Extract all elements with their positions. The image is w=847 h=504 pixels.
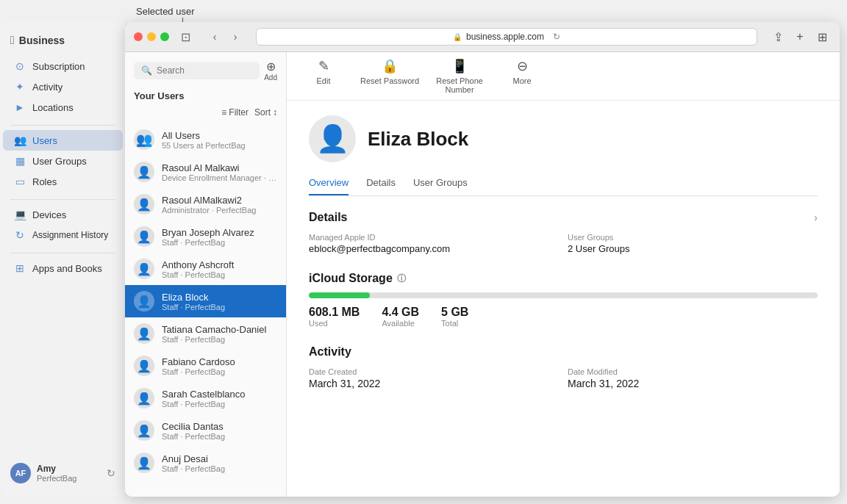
browser-toolbar: ⊡ ‹ › 🔒 business.apple.com ↻ ⇪ + ⊞ bbox=[125, 22, 840, 52]
user-avatar: 👤 bbox=[134, 259, 154, 279]
chevron-right-icon: › bbox=[814, 212, 818, 223]
sidebar-item-subscription[interactable]: ⊙ Subscription bbox=[3, 56, 123, 76]
details-section-header: Details › bbox=[309, 211, 818, 224]
sort-icon: ↕ bbox=[273, 107, 277, 118]
user-item-meta: Staff · PerfectBag bbox=[162, 335, 277, 344]
share-button[interactable]: ⇪ bbox=[769, 28, 787, 46]
user-avatar: AF bbox=[10, 463, 31, 483]
sidebar-item-users[interactable]: 👥 Users bbox=[3, 130, 123, 151]
browser-toolbar-actions: ⇪ + ⊞ bbox=[769, 28, 831, 46]
storage-available-label: Available bbox=[382, 319, 419, 328]
list-item-selected[interactable]: 👤 Eliza Block Staff · PerfectBag bbox=[125, 285, 286, 317]
user-avatar: 👤 bbox=[134, 162, 154, 182]
reload-icon[interactable]: ↻ bbox=[553, 32, 560, 42]
list-item[interactable]: 👤 Fabiano Cardoso Staff · PerfectBag bbox=[125, 350, 286, 382]
list-item[interactable]: 👤 Tatiana Camacho-Daniel Staff · Perfect… bbox=[125, 317, 286, 350]
sidebar-item-label-assignment-history: Assignment History bbox=[32, 230, 108, 240]
roles-icon: ▭ bbox=[13, 176, 26, 187]
detail-content: 👤 Eliza Block Overview Details User Grou… bbox=[287, 101, 840, 497]
reset-password-button[interactable]: 🔒 Reset Password bbox=[360, 58, 419, 85]
url-bar[interactable]: 🔒 business.apple.com ↻ bbox=[256, 28, 757, 46]
filter-label: Filter bbox=[229, 107, 249, 118]
user-groups-field: User Groups 2 User Groups bbox=[568, 233, 818, 254]
user-item-info: Tatiana Camacho-Daniel Staff · PerfectBa… bbox=[162, 324, 277, 344]
list-item[interactable]: 👤 Sarah Castelblanco Staff · PerfectBag bbox=[125, 382, 286, 414]
list-item[interactable]: 👤 Cecilia Dantas Staff · PerfectBag bbox=[125, 414, 286, 447]
detail-toolbar: ✎ Edit 🔒 Reset Password 📱 Reset Phone Nu… bbox=[287, 52, 840, 101]
sidebar-brand:  Business bbox=[0, 29, 126, 56]
user-avatar: 👤 bbox=[134, 323, 154, 344]
user-item-name: Fabiano Cardoso bbox=[162, 356, 277, 367]
user-avatar: 👤 bbox=[134, 420, 154, 441]
user-item-info: Anthony Ashcroft Staff · PerfectBag bbox=[162, 259, 277, 279]
sidebar-toggle[interactable]: ⊡ bbox=[176, 28, 194, 46]
search-box[interactable]: 🔍 bbox=[134, 62, 260, 79]
edit-icon: ✎ bbox=[318, 58, 329, 74]
storage-bar-used bbox=[309, 292, 370, 298]
filter-button[interactable]: ≡ Filter bbox=[221, 107, 249, 118]
edit-button[interactable]: ✎ Edit bbox=[301, 58, 346, 85]
managed-apple-id-value: eblock@perfectbagcompany.com bbox=[309, 243, 559, 254]
sidebar-item-locations[interactable]: ► Locations bbox=[3, 97, 123, 118]
maximize-button[interactable] bbox=[160, 32, 169, 41]
date-created-value: March 31, 2022 bbox=[309, 378, 559, 389]
info-icon[interactable]: ⓘ bbox=[397, 273, 406, 285]
activity-section: Activity Date Created March 31, 2022 Dat… bbox=[309, 345, 818, 389]
user-item-meta: Staff · PerfectBag bbox=[162, 432, 277, 441]
sidebar-divider-2 bbox=[10, 199, 115, 200]
detail-panel: ✎ Edit 🔒 Reset Password 📱 Reset Phone Nu… bbox=[287, 52, 840, 497]
user-item-meta: Staff · PerfectBag bbox=[162, 238, 277, 247]
sort-button[interactable]: Sort ↕ bbox=[254, 107, 277, 118]
managed-apple-id-label: Managed Apple ID bbox=[309, 233, 559, 242]
list-item[interactable]: 👤 Rasoul Al Malkawi Device Enrollment Ma… bbox=[125, 156, 286, 188]
sidebar-item-devices[interactable]: 💻 Devices bbox=[3, 204, 123, 225]
user-item-info: Bryan Joseph Alvarez Staff · PerfectBag bbox=[162, 227, 277, 247]
sidebar-item-apps-and-books[interactable]: ⊞ Apps and Books bbox=[3, 258, 123, 278]
add-button[interactable]: ⊕ Add bbox=[264, 60, 277, 82]
search-input[interactable] bbox=[157, 65, 252, 76]
list-item[interactable]: 👥 All Users 55 Users at PerfectBag bbox=[125, 123, 286, 156]
sidebar-item-label-roles: Roles bbox=[32, 176, 57, 187]
user-item-meta: 55 Users at PerfectBag bbox=[162, 141, 277, 150]
reset-phone-button[interactable]: 📱 Reset Phone Number bbox=[434, 58, 485, 94]
user-item-name: Eliza Block bbox=[162, 292, 277, 303]
sidebar:  Business ⊙ Subscription ✦ Activity ► L… bbox=[0, 22, 126, 497]
tab-details[interactable]: Details bbox=[366, 177, 396, 195]
list-item[interactable]: 👤 Anthony Ashcroft Staff · PerfectBag bbox=[125, 253, 286, 285]
user-item-name: Sarah Castelblanco bbox=[162, 389, 277, 400]
sidebar-section-devices: 💻 Devices ↻ Assignment History bbox=[0, 204, 126, 245]
more-button[interactable]: ⊖ More bbox=[500, 58, 544, 85]
user-list: 👥 All Users 55 Users at PerfectBag 👤 Ras… bbox=[125, 123, 286, 497]
user-item-name: Rasoul AlMalkawi2 bbox=[162, 195, 277, 206]
activity-grid: Date Created March 31, 2022 Date Modifie… bbox=[309, 367, 818, 389]
user-large-avatar: 👤 bbox=[309, 115, 356, 162]
new-tab-button[interactable]: + bbox=[791, 28, 809, 46]
refresh-icon[interactable]: ↻ bbox=[107, 467, 115, 479]
tab-user-groups[interactable]: User Groups bbox=[413, 177, 468, 195]
list-item[interactable]: 👤 Anuj Desai Staff · PerfectBag bbox=[125, 447, 286, 479]
list-item[interactable]: 👤 Rasoul AlMalkawi2 Administrator · Perf… bbox=[125, 188, 286, 220]
date-created-field: Date Created March 31, 2022 bbox=[309, 367, 559, 389]
user-item-meta: Staff · PerfectBag bbox=[162, 400, 277, 408]
user-item-meta: Staff · PerfectBag bbox=[162, 270, 277, 279]
storage-title: iCloud Storage bbox=[309, 272, 393, 285]
selected-user-annotation: Selected user bbox=[136, 6, 195, 17]
back-button[interactable]: ‹ bbox=[206, 28, 224, 46]
grid-button[interactable]: ⊞ bbox=[813, 28, 831, 46]
forward-button[interactable]: › bbox=[226, 28, 244, 46]
list-item[interactable]: 👤 Bryan Joseph Alvarez Staff · PerfectBa… bbox=[125, 220, 286, 253]
tab-overview[interactable]: Overview bbox=[309, 177, 349, 195]
browser-window: ⊡ ‹ › 🔒 business.apple.com ↻ ⇪ + ⊞ 🔍 ⊕ bbox=[125, 22, 840, 497]
sidebar-item-assignment-history[interactable]: ↻ Assignment History bbox=[3, 225, 123, 245]
minimize-button[interactable] bbox=[147, 32, 156, 41]
close-button[interactable] bbox=[134, 32, 143, 41]
sidebar-item-roles[interactable]: ▭ Roles bbox=[3, 171, 123, 192]
user-item-name: Cecilia Dantas bbox=[162, 421, 277, 432]
sidebar-section-apps: ⊞ Apps and Books bbox=[0, 258, 126, 278]
users-icon: 👥 bbox=[13, 134, 26, 146]
sidebar-item-activity[interactable]: ✦ Activity bbox=[3, 76, 123, 97]
url-text: business.apple.com bbox=[466, 32, 544, 42]
sidebar-item-label-devices: Devices bbox=[32, 209, 66, 220]
sidebar-item-user-groups[interactable]: ▦ User Groups bbox=[3, 151, 123, 171]
sidebar-item-label-user-groups: User Groups bbox=[32, 156, 87, 167]
